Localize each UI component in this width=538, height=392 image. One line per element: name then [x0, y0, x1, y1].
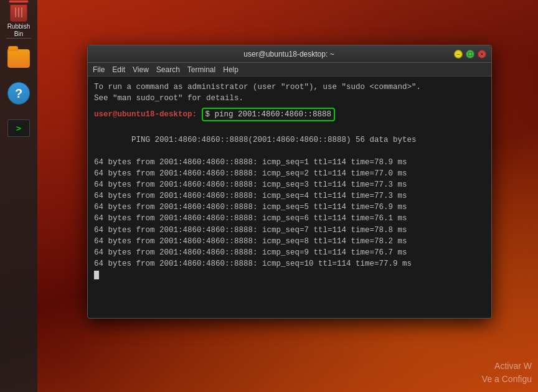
ping-header: PING 2001:4860:4860::8888(2001:4860:4860…: [94, 123, 485, 156]
desktop: Rubbish Bin ? user@ubuntu18-desktop: ~ −: [0, 0, 538, 392]
prompt-user: user@ubuntu18-desktop:: [94, 109, 197, 120]
minimize-icon: −: [456, 51, 460, 57]
rubbish-bin-icon-container[interactable]: Rubbish Bin: [4, 3, 34, 33]
rubbish-bin-label: Rubbish Bin: [4, 23, 34, 38]
menu-terminal[interactable]: Terminal: [187, 65, 215, 74]
maximize-icon: □: [468, 51, 471, 57]
title-bar: user@ubuntu18-desktop: ~ − □ ×: [88, 45, 491, 63]
bin-line: [18, 7, 19, 17]
folder-icon: [7, 49, 30, 68]
ping-line-6: 64 bytes from 2001:4860:4860::8888: icmp…: [94, 213, 485, 224]
taskbar: Rubbish Bin ?: [0, 0, 37, 392]
ping-line-7: 64 bytes from 2001:4860:4860::8888: icmp…: [94, 225, 485, 236]
terminal-command: $ ping 2001:4860:4860::8888: [205, 110, 332, 119]
menu-bar: File Edit View Search Terminal Help: [88, 63, 491, 77]
ping-line-8: 64 bytes from 2001:4860:4860::8888: icmp…: [94, 236, 485, 247]
ping-line-3: 64 bytes from 2001:4860:4860::8888: icmp…: [94, 179, 485, 190]
watermark-line1: Activar W: [482, 360, 532, 373]
ping-line-10: 64 bytes from 2001:4860:4860::8888: icmp…: [94, 258, 485, 269]
menu-edit[interactable]: Edit: [112, 65, 125, 74]
window-controls: − □ ×: [454, 50, 486, 58]
terminal-icon: [7, 119, 30, 137]
folder-icon-container[interactable]: [4, 44, 34, 73]
terminal-title: user@ubuntu18-desktop: ~: [124, 50, 454, 58]
bin-lines: [15, 7, 22, 17]
menu-help[interactable]: Help: [223, 65, 238, 74]
ping-line-1: 64 bytes from 2001:4860:4860::8888: icmp…: [94, 157, 485, 168]
watermark: Activar W Ve a Configu: [482, 360, 532, 386]
sudo-notice-1: To run a command as administrator (user …: [94, 82, 485, 93]
help-icon-container[interactable]: ?: [4, 78, 34, 108]
minimize-button[interactable]: −: [454, 50, 463, 58]
terminal-icon-container[interactable]: [4, 113, 34, 143]
close-icon: ×: [480, 51, 483, 57]
terminal-window: user@ubuntu18-desktop: ~ − □ × File Edit…: [87, 45, 492, 319]
bin-line: [15, 7, 16, 17]
command-line: user@ubuntu18-desktop: $ ping 2001:4860:…: [94, 108, 485, 121]
bin-line: [21, 7, 22, 17]
ping-line-5: 64 bytes from 2001:4860:4860::8888: icmp…: [94, 202, 485, 213]
bin-body: [10, 4, 27, 22]
rubbish-bin-icon: [7, 0, 30, 22]
ping-line-9: 64 bytes from 2001:4860:4860::8888: icmp…: [94, 247, 485, 258]
help-icon: ?: [7, 82, 30, 105]
maximize-button[interactable]: □: [466, 50, 474, 58]
cursor-line: [94, 269, 485, 281]
bin-lid: [9, 0, 29, 3]
ping-line-4: 64 bytes from 2001:4860:4860::8888: icmp…: [94, 190, 485, 202]
ping-line-2: 64 bytes from 2001:4860:4860::8888: icmp…: [94, 168, 485, 179]
command-highlight: $ ping 2001:4860:4860::8888: [202, 108, 336, 121]
watermark-line2: Ve a Configu: [482, 373, 532, 386]
menu-file[interactable]: File: [93, 65, 105, 74]
menu-search[interactable]: Search: [156, 65, 180, 74]
close-button[interactable]: ×: [478, 50, 486, 58]
taskbar-divider: [6, 38, 31, 39]
terminal-content[interactable]: To run a command as administrator (user …: [88, 77, 491, 318]
terminal-cursor: [94, 271, 99, 279]
sudo-notice-2: See "man sudo_root" for details.: [94, 93, 485, 104]
menu-view[interactable]: View: [133, 65, 149, 74]
